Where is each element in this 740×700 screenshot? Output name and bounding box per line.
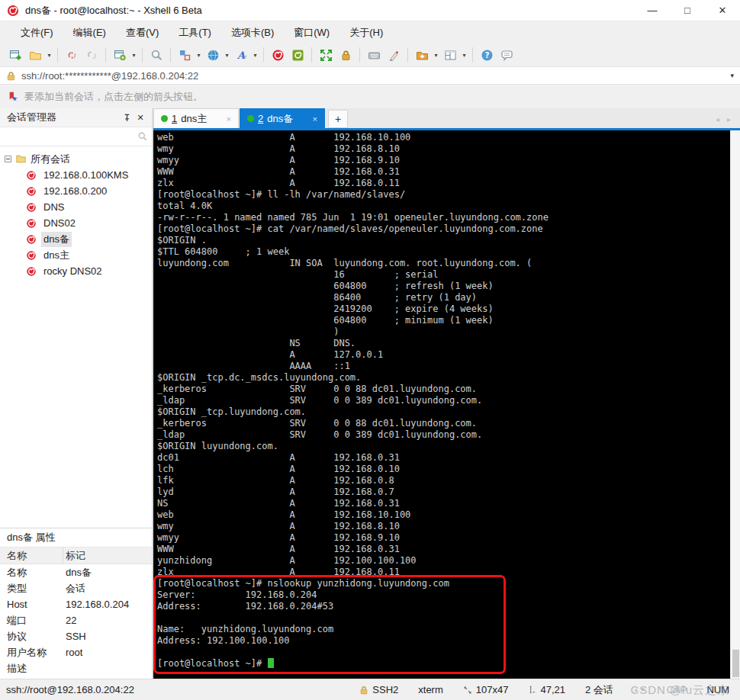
address-bar[interactable]: ssh://root:************@192.168.0.204:22… — [0, 66, 740, 85]
disconnect-icon[interactable] — [63, 46, 81, 64]
status-cursor-position: 47,21 — [528, 684, 565, 695]
reconnect-icon[interactable] — [82, 46, 101, 64]
session-item-label[interactable]: rocky DNS02 — [41, 265, 105, 278]
new-session-icon[interactable] — [6, 46, 24, 64]
scrollbar-thumb[interactable] — [732, 650, 739, 677]
web-browser-icon[interactable] — [204, 46, 222, 64]
new-session-folder-dropdown[interactable]: ▾ — [433, 52, 439, 59]
session-item-label[interactable]: DNS02 — [41, 217, 78, 230]
menu-item[interactable]: 窗口(W) — [284, 22, 339, 43]
session-search-input[interactable] — [4, 129, 137, 144]
status-lock-icon — [359, 686, 368, 695]
highlighter-icon[interactable] — [384, 46, 403, 64]
layout-icon[interactable] — [175, 46, 194, 64]
session-item-label[interactable]: DNS — [41, 201, 66, 214]
open-folder-dropdown[interactable]: ▾ — [46, 52, 53, 59]
font-dropdown[interactable]: ▾ — [252, 52, 259, 59]
fullscreen-icon[interactable] — [317, 46, 335, 64]
terminal-line: Server: 192.168.0.204 — [157, 589, 728, 601]
toolbar-separator — [263, 47, 264, 63]
menu-item[interactable]: 文件(F) — [11, 22, 63, 43]
help-icon[interactable]: ? — [478, 46, 496, 64]
session-item-label[interactable]: dns备 — [41, 232, 72, 247]
menu-item[interactable]: 查看(V) — [116, 22, 169, 43]
xshell-session-icon — [26, 266, 37, 277]
toolbar: ▾ ▾ ▾ ▾ A ▾ ▾ ▾ ? — [0, 43, 740, 66]
open-folder-icon[interactable] — [26, 46, 44, 64]
session-item[interactable]: DNS02 — [0, 215, 152, 231]
session-properties-icon[interactable] — [111, 46, 129, 64]
close-button[interactable]: ✕ — [705, 0, 740, 21]
maximize-button[interactable]: □ — [670, 0, 705, 21]
terminal-line: lyd A 192.168.0.7 — [157, 486, 728, 498]
terminal-scrollbar[interactable] — [730, 130, 740, 679]
property-value: SSH — [63, 631, 152, 642]
session-item[interactable]: dns备 — [0, 231, 152, 247]
web-browser-dropdown[interactable]: ▾ — [224, 52, 230, 59]
menu-item[interactable]: 编辑(E) — [63, 22, 116, 43]
address-dropdown-icon[interactable]: ▾ — [730, 72, 734, 79]
tab-scroll-arrows: ◂ ▸ — [716, 115, 740, 128]
feedback-icon[interactable] — [497, 46, 516, 64]
session-tree-root[interactable]: 所有会话 — [0, 151, 152, 167]
session-item-label[interactable]: dns主 — [41, 248, 72, 263]
session-list: 192.168.0.100KMS 192.168.0.200 DNS — [0, 167, 152, 279]
tab-dns-slave[interactable]: 2 dns备 × — [240, 108, 325, 128]
terminal-line: _kerberos SRV 0 0 88 dc01.luyundong.com. — [157, 418, 728, 429]
pin-icon[interactable] — [120, 111, 134, 124]
virtual-keyboard-icon[interactable] — [365, 46, 383, 64]
terminal-line: [root@localhost ~]# cat /var/named/slave… — [157, 223, 728, 235]
lock-screen-icon[interactable] — [336, 46, 355, 64]
session-item-label[interactable]: 192.168.0.200 — [41, 185, 109, 197]
property-row: Host 192.168.0.204 — [0, 596, 152, 612]
minimize-button[interactable]: — — [635, 0, 670, 21]
terminal-line: $ORIGIN _tcp.dc._msdcs.luyundong.com. — [157, 372, 728, 384]
collapse-icon[interactable] — [5, 156, 11, 162]
font-icon[interactable]: A — [232, 46, 250, 64]
terminal-line: wmy A 192.168.8.10 — [157, 521, 728, 532]
find-icon[interactable] — [147, 46, 166, 64]
property-row: 描述 — [0, 660, 152, 676]
session-search-box[interactable] — [0, 127, 152, 146]
session-item[interactable]: dns主 — [0, 247, 152, 263]
layout-dropdown[interactable]: ▾ — [195, 52, 202, 59]
xshell-session-icon — [26, 250, 37, 261]
terminal-line: _ldap SRV 0 0 389 dc01.luyundong.com. — [157, 395, 728, 406]
tab-dns-master[interactable]: 1 dns主 × — [153, 108, 239, 128]
session-item[interactable]: 192.168.0.200 — [0, 183, 152, 199]
session-item[interactable]: rocky DNS02 — [0, 263, 152, 279]
tree-root-label: 所有会话 — [31, 153, 70, 166]
tab-scroll-left-icon[interactable]: ◂ — [716, 115, 719, 124]
menu-item[interactable]: 工具(T) — [169, 22, 221, 43]
session-item-label[interactable]: 192.168.0.100KMS — [41, 169, 130, 181]
tab-scroll-right-icon[interactable]: ▸ — [727, 115, 731, 124]
panel-close-icon[interactable]: ✕ — [134, 111, 147, 124]
terminal-line: A 127.0.0.1 — [157, 349, 728, 361]
menu-item[interactable]: 关于(H) — [339, 22, 393, 43]
menu-item[interactable]: 选项卡(B) — [221, 22, 284, 43]
new-tab-button[interactable]: + — [328, 110, 348, 128]
property-value: 192.168.0.204 — [63, 599, 152, 610]
terminal-line: WWW A 192.168.0.31 — [157, 544, 728, 555]
session-manager-panel: 会话管理器 ✕ 所有会话 192.168.0.100KMS — [0, 108, 153, 679]
new-session-folder-icon[interactable] — [413, 46, 431, 64]
terminal-prompt-line: [root@localhost ~]# — [157, 658, 274, 669]
tab-close-icon[interactable]: × — [305, 114, 317, 124]
session-item[interactable]: DNS — [0, 199, 152, 215]
property-value: root — [63, 647, 152, 658]
tile-windows-icon[interactable] — [441, 46, 459, 64]
xshell-logo-icon[interactable] — [269, 46, 287, 64]
xftp-logo-icon[interactable] — [288, 46, 307, 64]
xshell-session-icon — [26, 170, 37, 181]
toolbar-separator — [142, 47, 143, 63]
session-item[interactable]: 192.168.0.100KMS — [0, 167, 152, 183]
xshell-session-icon — [26, 186, 37, 197]
terminal-line: total 4.0K — [157, 201, 728, 212]
tile-windows-dropdown[interactable]: ▾ — [461, 52, 468, 59]
address-url[interactable]: ssh://root:************@192.168.0.204:22 — [21, 70, 730, 82]
session-properties-dropdown[interactable]: ▾ — [130, 52, 137, 59]
tab-bar: 1 dns主 × 2 dns备 × + ◂ ▸ — [153, 108, 740, 130]
terminal[interactable]: web A 192.168.10.100wmy A 192.168.8.10wm… — [153, 130, 740, 679]
terminal-line: web A 192.168.10.100 — [157, 132, 728, 143]
tab-close-icon[interactable]: × — [219, 114, 231, 124]
